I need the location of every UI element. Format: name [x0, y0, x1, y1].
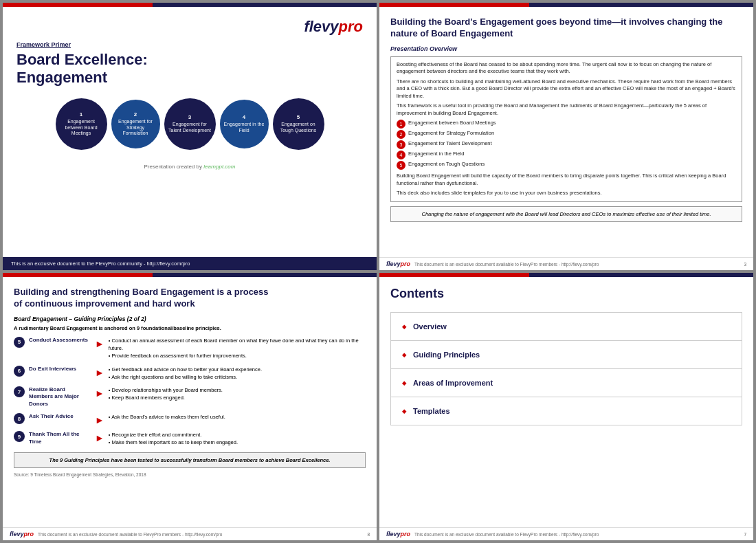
principle-7: 7 Realize Board Members are Major Donors…: [14, 386, 366, 408]
bullet-2: ◆: [402, 352, 406, 358]
num-item-5: 5 Engagement on Tough Questions: [397, 161, 736, 170]
circles-diagram: 1 Engagement between Board Meetings 2 En…: [16, 98, 363, 150]
principle-bullets-6: • Get feedback and advice on how to bett…: [109, 366, 366, 381]
framework-label: Framework Primer: [16, 41, 363, 48]
slide4-title: Contents: [390, 287, 742, 301]
principle-8: 8 Ask Their Advice ► • Ask the Board's a…: [14, 413, 366, 425]
principle-title-9: Thank Them All the Time: [29, 431, 91, 445]
arrow-icon-6: ►: [95, 367, 104, 378]
presentation-credit: Presentation created by learnppt.com: [16, 164, 363, 170]
page-num-3: 8: [367, 532, 370, 537]
principle-num-5: 5: [14, 337, 25, 348]
principle-bullets-7: • Develop relationships with your Board …: [109, 386, 366, 402]
slide3-footer: flevypro This document is an exclusive d…: [3, 527, 377, 540]
numbered-list: 1 Engagement between Board Meetings 2 En…: [397, 120, 736, 170]
bottom-note: The 9 Guiding Principles have been teste…: [14, 452, 366, 468]
contents-item-templates: ◆ Templates: [390, 397, 742, 425]
principle-title-8: Ask Their Advice: [29, 413, 91, 420]
flevy-logo: flevypro: [16, 18, 363, 36]
circle-3: 3 Engagement for Talent Development: [164, 98, 216, 150]
overview-p2: There are no shortcuts to building and m…: [397, 78, 736, 100]
slide-1: flevypro Framework Primer Board Excellen…: [3, 3, 377, 270]
contents-list: ◆ Overview ◆ Guiding Principles ◆ Areas …: [390, 312, 742, 425]
closing-p1: Building Board Engagement will build the…: [397, 173, 736, 187]
source-text: Source: 9 Timeless Board Engagement Stra…: [14, 472, 366, 477]
page-num-4: 7: [744, 532, 746, 537]
slide2-title: Building the Board's Engagement goes bey…: [390, 16, 742, 40]
badge-3: 3: [397, 140, 405, 149]
footer-logo-4: flevypro: [386, 531, 410, 538]
overview-p1: Boosting effectiveness of the Board has …: [397, 61, 736, 76]
arrow-icon-5: ►: [95, 338, 104, 349]
slide3-desc: A rudimentary Board Engagement is anchor…: [14, 325, 366, 331]
circle-5: 5 Engagement on Tough Questions: [273, 98, 324, 150]
bullet-1: ◆: [402, 324, 406, 330]
slide3-subtitle: Board Engagement – Guiding Principles (2…: [14, 315, 366, 322]
arrow-icon-8: ►: [95, 414, 104, 425]
contents-item-overview: ◆ Overview: [390, 312, 742, 340]
contents-item-areas: ◆ Areas of Improvement: [390, 368, 742, 397]
overview-p3: This framework is a useful tool in provi…: [397, 102, 736, 117]
principle-num-8: 8: [14, 413, 25, 424]
badge-5: 5: [397, 161, 405, 170]
closing-p2: This deck also includes slide templates …: [397, 190, 736, 197]
arrow-icon-7: ►: [95, 388, 104, 399]
principle-bullets-9: • Recognize their effort and commitment.…: [109, 431, 366, 447]
badge-4: 4: [397, 151, 405, 159]
bullet-4: ◆: [402, 408, 406, 414]
num-item-4: 4 Engagement in the Field: [397, 151, 736, 159]
principle-title-5: Conduct Assessments: [29, 337, 91, 344]
slide-4: Contents ◆ Overview ◆ Guiding Principles…: [379, 273, 753, 540]
principle-title-7: Realize Board Members are Major Donors: [29, 386, 91, 408]
contents-item-guiding: ◆ Guiding Principles: [390, 340, 742, 368]
circle-1: 1 Engagement between Board Meetings: [56, 98, 107, 150]
slide2-subtitle: Presentation Overview: [390, 45, 742, 52]
badge-2: 2: [397, 130, 405, 139]
slide1-title: Board Excellence: Engagement: [16, 51, 363, 87]
slide-3: Building and strengthening Board Engagem…: [3, 273, 377, 540]
principle-title-6: Do Exit Interviews: [29, 366, 91, 373]
principle-9: 9 Thank Them All the Time ► • Recognize …: [14, 431, 366, 447]
principle-5: 5 Conduct Assessments ► • Conduct an ann…: [14, 337, 366, 360]
principle-bullets-8: • Ask the Board's advice to makes them f…: [109, 413, 366, 421]
num-item-2: 2 Engagement for Strategy Formulation: [397, 130, 736, 139]
footer-logo: flevypro: [386, 261, 410, 267]
principle-num-6: 6: [14, 366, 25, 377]
num-item-1: 1 Engagement between Board Meetings: [397, 120, 736, 129]
arrow-icon-9: ►: [95, 432, 104, 443]
learnppt-logo: learnppt.com: [203, 164, 235, 170]
page-num: 3: [744, 262, 746, 267]
principle-num-9: 9: [14, 431, 25, 442]
slide3-title: Building and strengthening Board Engagem…: [14, 287, 366, 310]
circle-4: 4 Engagement in the Field: [219, 98, 270, 150]
principle-6: 6 Do Exit Interviews ► • Get feedback an…: [14, 366, 366, 381]
footer-logo-3: flevypro: [10, 531, 34, 538]
slide2-footer: flevypro This document is an exclusive d…: [379, 257, 753, 270]
principle-num-7: 7: [14, 386, 25, 397]
bullet-3: ◆: [402, 380, 406, 386]
slide1-footer: This is an exclusive document to the Fle…: [3, 257, 377, 270]
badge-1: 1: [397, 120, 405, 129]
flevy-text: flevy: [304, 18, 338, 35]
slide-2: Building the Board's Engagement goes bey…: [379, 3, 753, 270]
num-item-3: 3 Engagement for Talent Development: [397, 140, 736, 149]
circle-2: 2 Engagement for Strategy Formulation: [110, 98, 162, 150]
principle-bullets-5: • Conduct an annual assessment of each B…: [109, 337, 366, 360]
slide4-footer: flevypro This document is an exclusive d…: [379, 527, 753, 540]
highlight-box: Changing the nature of engagement with t…: [390, 206, 742, 222]
pro-text: pro: [339, 18, 363, 35]
overview-box: Boosting effectiveness of the Board has …: [390, 56, 742, 202]
